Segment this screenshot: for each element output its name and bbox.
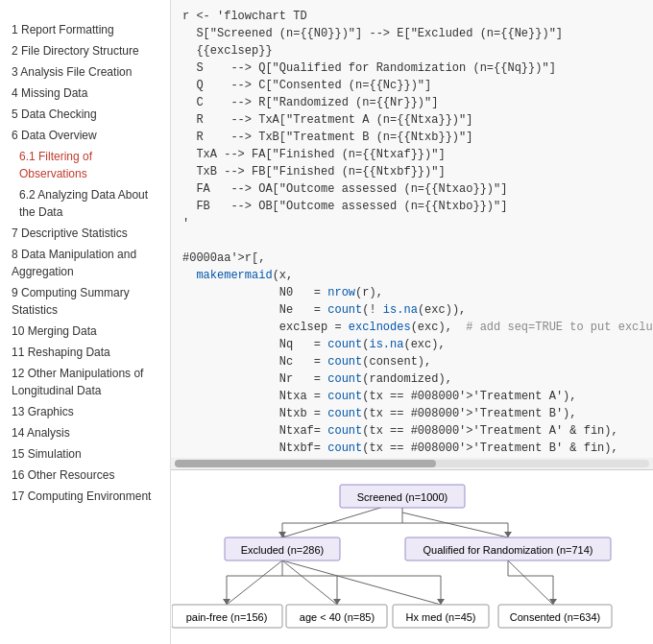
- sidebar: 1 Report Formatting2 File Directory Stru…: [0, 0, 171, 644]
- toc-item-5[interactable]: 5 Data Checking: [0, 104, 170, 125]
- horizontal-scrollbar[interactable]: [171, 458, 653, 469]
- toc-item-7[interactable]: 7 Descriptive Statistics: [0, 223, 170, 244]
- svg-rect-6: [340, 485, 465, 508]
- toc-title: [0, 8, 170, 19]
- toc-item-14[interactable]: 14 Analysis: [0, 422, 170, 443]
- toc-item-17[interactable]: 17 Computing Environment: [0, 486, 170, 507]
- toc-item-6[interactable]: 6 Data Overview: [0, 125, 170, 146]
- svg-rect-14: [405, 537, 611, 561]
- toc-item-12[interactable]: 12 Other Manipulations of Longitudinal D…: [0, 363, 170, 401]
- consented-node-label: Consented (n=634): [510, 611, 600, 623]
- svg-rect-27: [172, 605, 282, 628]
- svg-line-1: [402, 513, 508, 537]
- painfree-node-label: pain-free (n=156): [186, 611, 268, 623]
- code-area[interactable]: r <- 'flowchart TD S["Screened (n={{N0}}…: [171, 0, 653, 470]
- svg-marker-12: [504, 532, 512, 537]
- toc-item-4[interactable]: 4 Missing Data: [0, 83, 170, 104]
- svg-rect-30: [498, 605, 612, 628]
- svg-rect-13: [225, 537, 340, 561]
- svg-line-3: [282, 561, 337, 605]
- svg-marker-20: [223, 599, 230, 605]
- toc-item-3[interactable]: 3 Analysis File Creation: [0, 61, 170, 83]
- toc-item-9[interactable]: 9 Computing Summary Statistics: [0, 282, 170, 321]
- toc-item-6.1[interactable]: 6.1 Filtering of Observations: [0, 146, 170, 184]
- toc-item-10[interactable]: 10 Merging Data: [0, 321, 170, 342]
- svg-marker-22: [437, 599, 445, 605]
- hxmed-node-label: Hx med (n=45): [405, 611, 475, 623]
- svg-line-2: [227, 561, 282, 605]
- diagram-area: Screened (n=1000) Excluded (n=286) Quali…: [171, 470, 653, 644]
- svg-marker-26: [549, 599, 557, 605]
- toc-item-6.2[interactable]: 6.2 Analyzing Data About the Data: [0, 184, 170, 223]
- toc-item-13[interactable]: 13 Graphics: [0, 401, 170, 422]
- toc-item-1[interactable]: 1 Report Formatting: [0, 19, 170, 40]
- svg-line-5: [508, 561, 553, 605]
- main-content: r <- 'flowchart TD S["Screened (n={{N0}}…: [171, 0, 653, 644]
- toc-item-2[interactable]: 2 File Directory Structure: [0, 40, 170, 61]
- scroll-thumb: [175, 460, 436, 467]
- svg-rect-29: [393, 605, 489, 628]
- toc-item-11[interactable]: 11 Reshaping Data: [0, 342, 170, 363]
- screened-node-label: Screened (n=1000): [357, 491, 447, 503]
- svg-line-4: [282, 561, 441, 605]
- age40-node-label: age < 40 (n=85): [300, 611, 375, 623]
- toc-item-8[interactable]: 8 Data Manipulation and Aggregation: [0, 244, 170, 282]
- svg-marker-21: [333, 599, 341, 605]
- qualified-node-label: Qualified for Randomization (n=714): [423, 544, 593, 556]
- toc-item-16[interactable]: 16 Other Resources: [0, 465, 170, 486]
- svg-marker-11: [278, 532, 286, 537]
- scroll-track: [175, 460, 649, 467]
- code-block: r <- 'flowchart TD S["Screened (n={{N0}}…: [171, 0, 653, 470]
- svg-rect-28: [286, 605, 387, 628]
- excluded-node-label: Excluded (n=286): [241, 544, 325, 556]
- flowchart-svg: Screened (n=1000) Excluded (n=286) Quali…: [172, 480, 652, 638]
- svg-line-0: [282, 501, 402, 537]
- toc-item-15[interactable]: 15 Simulation: [0, 443, 170, 465]
